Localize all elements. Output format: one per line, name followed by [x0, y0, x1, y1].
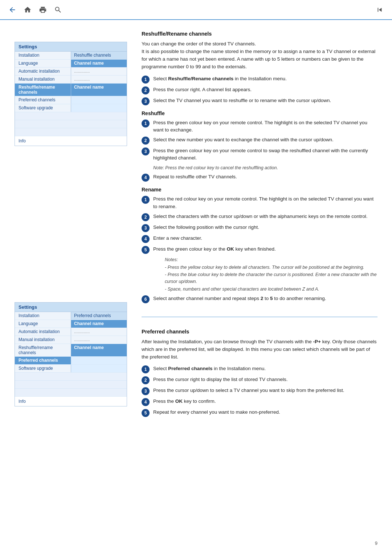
- step-rn2: 2 Select the characters with the cursor …: [142, 213, 377, 221]
- menu1-row-auto: Automatic installation .............: [15, 68, 127, 76]
- menu2-item-preferred[interactable]: Preferred channels: [15, 357, 71, 364]
- step-text-rn4: Enter a new character.: [153, 235, 377, 242]
- menu1-row-installation: Installation Reshuffle channels: [15, 52, 127, 60]
- menu2-row-auto: Automatic installation .............: [15, 328, 127, 336]
- print-icon[interactable]: [38, 5, 48, 15]
- menu2-row-reshuffle: Reshuffle/rename channels Channel name: [15, 344, 127, 357]
- menu1-sub-channelname1[interactable]: Channel name: [71, 60, 127, 67]
- menu2-empty-1: [15, 373, 127, 381]
- menu1-item-language[interactable]: Language: [15, 60, 71, 67]
- menu1-sub-dots1: .............: [71, 68, 127, 75]
- step-s1-2: 2 Press the cursor right. A channel list…: [142, 86, 377, 94]
- menu1-item-preferred[interactable]: Preferred channels: [15, 96, 71, 104]
- menu2-sub-software: [71, 365, 127, 372]
- rename-note-1: - Press the yellow colour key to delete …: [165, 264, 377, 271]
- back-icon[interactable]: [7, 5, 17, 15]
- menu1-item-installation[interactable]: Installation: [15, 52, 71, 59]
- menu1-row-reshuffle: Reshuffle/rename channels Channel name: [15, 84, 127, 96]
- menu1-item-auto[interactable]: Automatic installation: [15, 68, 71, 75]
- settings-menu-2: Settings Installation Preferred channels…: [15, 302, 127, 406]
- menu2-item-installation[interactable]: Installation: [15, 312, 71, 320]
- step-p2: 2 Press the cursor right to display the …: [142, 376, 377, 384]
- step-num-p5: 5: [142, 409, 150, 417]
- rename-note-2: - Press the blue colour key to delete th…: [165, 271, 377, 285]
- step-num-r1: 1: [142, 119, 150, 127]
- settings-header-1: Settings: [15, 42, 127, 52]
- step-p4: 4 Press the OK key to confirm.: [142, 398, 377, 406]
- preferred-title: Preferred channels: [142, 329, 377, 335]
- home-icon[interactable]: [23, 5, 33, 15]
- settings-header-2: Settings: [15, 303, 127, 312]
- menu1-sub-preferred: [71, 96, 127, 104]
- step-r1: 1 Press the green colour key on your rem…: [142, 119, 377, 134]
- step-num-rn6: 6: [142, 295, 150, 303]
- step-num-rn2: 2: [142, 213, 150, 221]
- nav-left-icons: [7, 5, 63, 15]
- menu2-row-manual: Manual installation .............: [15, 336, 127, 344]
- reshuffle-title: Reshuffle/Rename channels: [142, 31, 377, 37]
- step-s1-1: 1 Select Reshuffle/Rename channels in th…: [142, 75, 377, 84]
- rename-note-3: - Space, numbers and other special chara…: [165, 286, 377, 293]
- step-text-r3: Press the green colour key on your remot…: [153, 147, 377, 162]
- reshuffle-intro: You can change the order of the stored T…: [142, 40, 377, 71]
- step-num-rn4: 4: [142, 235, 150, 243]
- step-text-p1: Select Preferred channels in the Install…: [153, 365, 377, 372]
- menu2-item-auto[interactable]: Automatic installation: [15, 328, 71, 336]
- menu2-sub-preferred-empty: [71, 357, 127, 364]
- menu2-sub-preferred[interactable]: Preferred channels: [71, 312, 127, 320]
- step-text-rn1: Press the red colour key on your remote …: [153, 195, 377, 210]
- menu2-empty-2: [15, 381, 127, 389]
- step-text-s1-3: Select the TV channel you want to reshuf…: [153, 97, 377, 104]
- menu1-sub-channelname2[interactable]: Channel name: [71, 84, 127, 96]
- step-num-r4: 4: [142, 174, 150, 182]
- step-num-s1-2: 2: [142, 86, 150, 94]
- menu2-sub-dots2: .............: [71, 336, 127, 344]
- step-text-rn6: Select another channel number and repeat…: [153, 295, 377, 302]
- step-text-s1-1: Select Reshuffle/Rename channels in the …: [153, 75, 377, 82]
- menu2-row-software: Software upgrade: [15, 365, 127, 373]
- step-rn1: 1 Press the red colour key on your remot…: [142, 195, 377, 210]
- step-num-r3: 3: [142, 147, 150, 155]
- menu1-empty-3: [15, 128, 127, 136]
- menu2-item-software[interactable]: Software upgrade: [15, 365, 71, 372]
- preferred-section: Preferred channels After leaving the Ins…: [142, 329, 377, 417]
- menu2-item-reshuffle[interactable]: Reshuffle/rename channels: [15, 344, 71, 356]
- step-num-s1-1: 1: [142, 76, 150, 84]
- search-icon[interactable]: [53, 5, 63, 15]
- step-text-rn3: Select the following position with the c…: [153, 224, 377, 231]
- menu1-row-manual: Manual installation .............: [15, 76, 127, 84]
- step-num-rn1: 1: [142, 196, 150, 204]
- step-num-p3: 3: [142, 387, 150, 395]
- menu2-sub-dots1: .............: [71, 328, 127, 336]
- step-s1-3: 3 Select the TV channel you want to resh…: [142, 97, 377, 105]
- menu1-sub-software: [71, 104, 127, 112]
- step-num-rn3: 3: [142, 224, 150, 232]
- menu1-row-software: Software upgrade: [15, 104, 127, 112]
- menu2-item-language[interactable]: Language: [15, 320, 71, 328]
- menu2-empty-3: [15, 389, 127, 397]
- page-number: 9: [375, 540, 377, 546]
- step-p3: 3 Press the cursor up/down to select a T…: [142, 387, 377, 395]
- reshuffle-section: Reshuffle/Rename channels You can change…: [142, 31, 377, 317]
- menu2-item-manual[interactable]: Manual installation: [15, 336, 71, 344]
- menu2-sub-channelname1[interactable]: Channel name: [71, 320, 127, 328]
- reshuffle-sub-title: Reshuffle: [142, 110, 377, 116]
- step-text-s1-2: Press the cursor right. A channel list a…: [153, 86, 377, 93]
- menu1-item-reshuffle[interactable]: Reshuffle/rename channels: [15, 84, 71, 96]
- menu1-sub-reshuffle[interactable]: Reshuffle channels: [71, 52, 127, 59]
- step-text-r1: Press the green colour key on your remot…: [153, 119, 377, 134]
- menu1-info[interactable]: Info: [15, 136, 127, 146]
- step-text-r2: Select the new number you want to exchan…: [153, 136, 377, 143]
- step-num-p4: 4: [142, 398, 150, 406]
- menu2-row-language: Language Channel name: [15, 320, 127, 328]
- menu1-item-manual[interactable]: Manual installation: [15, 76, 71, 83]
- menu2-info[interactable]: Info: [15, 397, 127, 406]
- settings-menu-1: Settings Installation Reshuffle channels…: [15, 42, 127, 146]
- step-num-p1: 1: [142, 365, 150, 373]
- step-r2: 2 Select the new number you want to exch…: [142, 136, 377, 145]
- menu2-sub-channelname2[interactable]: Channel name: [71, 344, 127, 356]
- skip-to-start-icon[interactable]: [375, 5, 385, 15]
- preferred-intro: After leaving the Installation, you can …: [142, 338, 377, 361]
- step-text-r4: Repeat to reshuffle other TV channels.: [153, 173, 377, 181]
- menu1-item-software[interactable]: Software upgrade: [15, 104, 71, 112]
